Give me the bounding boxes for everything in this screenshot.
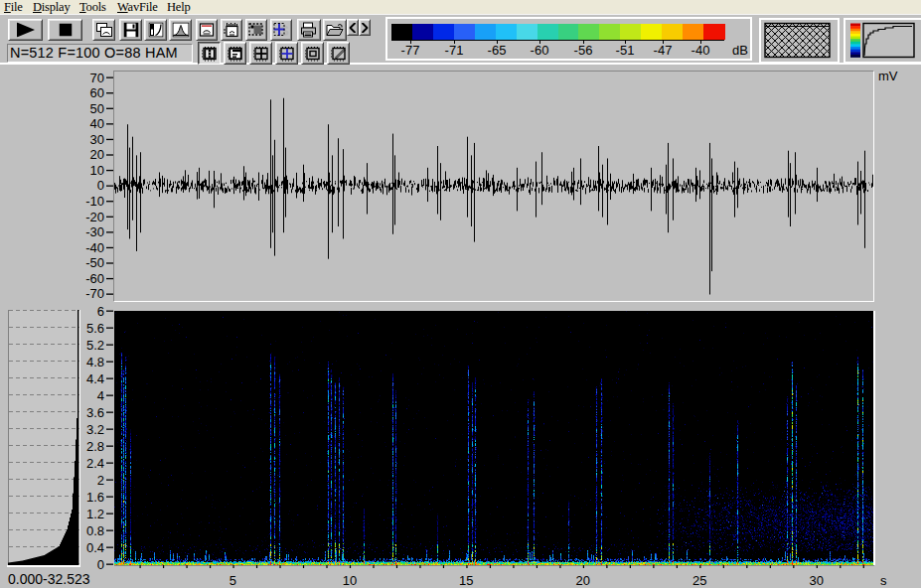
svg-text:25: 25	[692, 573, 706, 588]
svg-text:4.4: 4.4	[86, 371, 104, 386]
svg-text:70: 70	[90, 71, 104, 85]
svg-text:s: s	[880, 573, 887, 588]
svg-text:0.8: 0.8	[86, 523, 104, 538]
svg-text:6: 6	[97, 304, 104, 319]
svg-text:5.2: 5.2	[86, 338, 104, 353]
svg-text:-40: -40	[85, 240, 104, 255]
svg-text:4: 4	[97, 388, 104, 403]
svg-text:-70: -70	[85, 286, 104, 301]
svg-text:5.6: 5.6	[86, 321, 104, 336]
svg-text:0: 0	[97, 178, 104, 193]
svg-text:0.4: 0.4	[86, 540, 104, 555]
svg-text:10: 10	[90, 163, 104, 178]
svg-text:2.4: 2.4	[86, 456, 104, 471]
svg-text:1.2: 1.2	[86, 507, 104, 521]
svg-text:-30: -30	[85, 224, 104, 239]
svg-text:60: 60	[90, 85, 104, 100]
svg-text:-50: -50	[85, 255, 104, 270]
svg-text:50: 50	[90, 101, 104, 116]
svg-text:-20: -20	[85, 210, 104, 224]
svg-text:30: 30	[809, 573, 823, 588]
svg-text:-10: -10	[85, 194, 104, 209]
svg-text:-60: -60	[85, 271, 104, 286]
svg-text:2: 2	[97, 473, 104, 488]
svg-text:2.8: 2.8	[86, 439, 104, 454]
svg-text:mV: mV	[878, 69, 898, 83]
svg-text:3.6: 3.6	[86, 405, 104, 420]
svg-text:40: 40	[90, 116, 104, 131]
svg-text:3.2: 3.2	[86, 422, 104, 437]
svg-text:5: 5	[230, 573, 236, 588]
svg-text:30: 30	[90, 132, 104, 147]
svg-text:1.6: 1.6	[86, 490, 104, 505]
svg-text:20: 20	[576, 573, 590, 588]
svg-text:4.8: 4.8	[86, 355, 104, 369]
svg-text:10: 10	[343, 573, 357, 588]
svg-text:20: 20	[90, 147, 104, 162]
svg-text:0: 0	[97, 557, 104, 572]
svg-text:15: 15	[459, 573, 473, 588]
